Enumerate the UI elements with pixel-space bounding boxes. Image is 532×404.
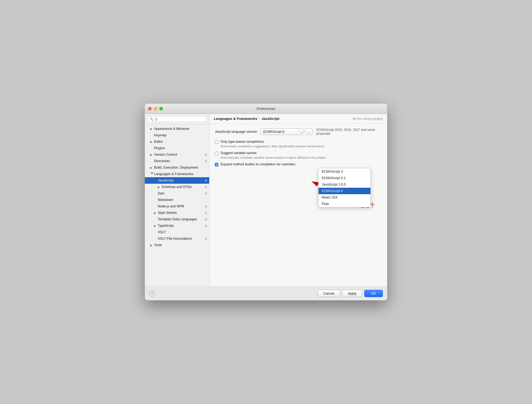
arrow-icon: ▶	[150, 166, 154, 169]
repo-icon: ⊞	[205, 205, 207, 208]
search-bar: 🔍	[145, 114, 209, 124]
sidebar-item-label: Tools	[154, 243, 207, 247]
checkbox-desc: Automatically complete variable names ba…	[220, 155, 382, 160]
sidebar-item-label: Style Sheets	[158, 211, 204, 215]
search-wrap[interactable]: 🔍	[148, 116, 206, 122]
sidebar-item-label: Node.js and NPM	[158, 204, 204, 208]
arrow-icon: ▶	[154, 179, 158, 182]
suggest-variable-checkbox[interactable]	[215, 152, 218, 155]
sidebar-item-label: Template Data Languages	[158, 217, 204, 221]
close-button[interactable]	[148, 107, 152, 110]
popup-option-js185[interactable]: JavaScript 1.8.5	[318, 181, 370, 188]
sidebar-item-label: Plugins	[154, 146, 207, 150]
language-version-select[interactable]: ECMAScript 3 ECMAScript 5.1 JavaScript 1…	[260, 128, 303, 135]
type-based-checkbox[interactable]	[215, 140, 218, 144]
sidebar-item-plugins[interactable]: Plugins	[145, 145, 209, 151]
dropdown-popup: ECMAScript 3 ECMAScript 5.1 JavaScript 1…	[318, 168, 371, 207]
repo-icon: ⊞	[205, 159, 207, 163]
sidebar-item-label: Editor	[154, 140, 207, 144]
checkbox-desc: Show fewer completion suggestions. May s…	[220, 144, 382, 148]
repo-icon: ⊞	[205, 179, 207, 182]
cancel-button[interactable]: Cancel	[318, 290, 340, 297]
sidebar-item-label: Version Control	[154, 153, 204, 156]
sidebar-item-template-data[interactable]: Template Data Languages ⊞	[145, 216, 209, 222]
checkbox-label: Suggest variable names	[220, 151, 382, 155]
sidebar-item-keymap[interactable]: Keymap	[145, 132, 209, 138]
search-input[interactable]	[155, 117, 204, 121]
minimize-button[interactable]	[154, 107, 157, 110]
popup-option-reactjsx[interactable]: React JSX	[318, 194, 370, 201]
sidebar-item-label: Keymap	[154, 133, 207, 137]
sidebar-item-typescript[interactable]: ▶ TypeScript ⊞	[145, 222, 209, 229]
popup-option-ecma51[interactable]: ECMAScript 5.1	[318, 175, 370, 181]
more-options-button[interactable]: ...	[305, 128, 313, 135]
sidebar-item-label: Directories	[154, 159, 204, 163]
breadcrumb-separator: ›	[259, 117, 260, 121]
arrow-icon: ▶	[158, 186, 162, 189]
sidebar-item-label: TypeScript	[158, 224, 204, 228]
sidebar-item-lang-frameworks[interactable]: ▶ Languages & Frameworks	[145, 171, 209, 177]
arrow-icon: ▶	[150, 140, 154, 143]
sidebar-item-dart[interactable]: Dart ⊞	[145, 190, 209, 197]
arrow-icon: ▶	[154, 211, 158, 214]
checkbox-suggest-variable: Suggest variable names Automatically com…	[215, 151, 382, 160]
footer-buttons: Cancel Apply OK	[318, 290, 383, 297]
popup-option-ecma3[interactable]: ECMAScript 3	[318, 168, 370, 175]
repo-icon: ⊞	[205, 211, 207, 215]
sidebar-item-xslt-file-assoc[interactable]: XSLT File Associations ⊞	[145, 235, 209, 242]
sidebar-item-editor[interactable]: ▶ Editor	[145, 138, 209, 145]
sidebar-item-build[interactable]: ▶ Build, Execution, Deployment	[145, 164, 209, 171]
checkbox-label: Expand method bodies in completion for o…	[220, 162, 382, 166]
sidebar-item-version-control[interactable]: ▶ Version Control ⊞	[145, 151, 209, 158]
checkbox-content: Suggest variable names Automatically com…	[220, 151, 382, 160]
help-button[interactable]: ?	[149, 291, 155, 297]
repo-icon: ⊞	[205, 224, 207, 228]
breadcrumb: Languages & Frameworks › JavaScript ⊞ Fo…	[209, 114, 387, 124]
repo-icon: ⊞	[205, 237, 207, 241]
checkbox-content: Only type-based completions Show fewer c…	[220, 140, 382, 148]
sidebar-tree: ▶ Appearance & Behavior Keymap ▶ Editor …	[145, 124, 209, 286]
apply-button[interactable]: Apply	[342, 290, 362, 297]
sidebar-item-tools[interactable]: ▶ Tools	[145, 242, 209, 248]
sidebar-item-label: XSLT File Associations	[158, 237, 204, 241]
checkbox-type-based: Only type-based completions Show fewer c…	[215, 140, 382, 148]
dropdown-wrap: ECMAScript 3 ECMAScript 5.1 JavaScript 1…	[260, 128, 382, 135]
window-title: Preferences	[257, 107, 275, 111]
expand-method-checkbox[interactable]	[215, 163, 218, 166]
sidebar-item-label: JavaScript	[158, 179, 204, 182]
titlebar: Preferences	[145, 104, 387, 114]
sidebar-item-label: Markdown	[158, 198, 207, 202]
sidebar-item-nodejs[interactable]: Node.js and NPM ⊞	[145, 203, 209, 210]
breadcrumb-part1: Languages & Frameworks	[214, 117, 257, 121]
repo-small-icon: ⊞	[353, 117, 355, 121]
popup-option-ecma6[interactable]: ECMAScript 6	[318, 188, 370, 194]
checkbox-content: Expand method bodies in completion for o…	[220, 162, 382, 166]
sidebar-item-xslt[interactable]: XSLT	[145, 229, 209, 235]
sidebar-item-schemas[interactable]: ▶ Schemas and DTDs ⊞	[145, 184, 209, 190]
content-area: Languages & Frameworks › JavaScript ⊞ Fo…	[209, 114, 387, 286]
ok-button[interactable]: OK	[364, 290, 383, 297]
language-version-row: JavaScript language version ECMAScript 3…	[215, 128, 382, 135]
repo-icon: ⊞	[205, 192, 207, 195]
arrow-icon: ▶	[150, 127, 154, 130]
arrow-icon: ▶	[150, 153, 154, 156]
popup-option-flow[interactable]: Flow	[318, 201, 370, 207]
sidebar-item-style-sheets[interactable]: ▶ Style Sheets ⊞	[145, 210, 209, 216]
repo-icon: ⊞	[205, 218, 207, 221]
sidebar-item-javascript[interactable]: ▶ JavaScript ⊞	[145, 177, 209, 184]
sidebar-item-label: Appearance & Behavior	[154, 127, 207, 131]
maximize-button[interactable]	[159, 107, 163, 110]
sidebar: 🔍 ▶ Appearance & Behavior Keymap ▶	[145, 114, 209, 286]
for-current-project: ⊞ For current project	[353, 117, 383, 121]
repo-icon: ⊞	[205, 185, 207, 189]
search-icon: 🔍	[150, 117, 153, 121]
sidebar-item-directories[interactable]: Directories ⊞	[145, 158, 209, 164]
settings-body: JavaScript language version ECMAScript 3…	[209, 124, 387, 286]
arrow-icon: ▶	[154, 224, 158, 227]
preferences-window: Preferences 🔍 ▶ Appearance & Behavior	[145, 104, 387, 300]
sidebar-item-markdown[interactable]: Markdown	[145, 197, 209, 203]
footer-bar: ? Cancel Apply OK	[145, 286, 387, 300]
repo-icon: ⊞	[205, 153, 207, 156]
arrow-icon: ▶	[151, 172, 154, 176]
sidebar-item-appearance[interactable]: ▶ Appearance & Behavior	[145, 126, 209, 132]
